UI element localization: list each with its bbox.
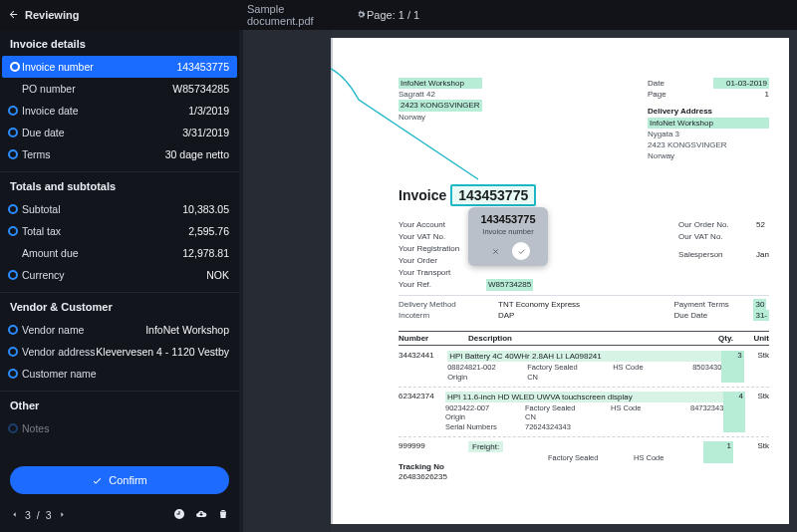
deliv-addr-label: Delivery Address bbox=[648, 106, 769, 117]
check-icon bbox=[92, 475, 103, 486]
field-amount-due[interactable]: Amount due 12,978.81 bbox=[0, 242, 239, 264]
field-label: Amount due bbox=[22, 247, 79, 259]
annotation-bubble: 143453775 Invoice number bbox=[468, 207, 548, 266]
bubble-reject-button[interactable] bbox=[486, 242, 504, 260]
field-label: Terms bbox=[22, 148, 51, 160]
field-value: 143453775 bbox=[176, 61, 229, 73]
clock-icon[interactable] bbox=[173, 508, 185, 522]
field-value: 12,978.81 bbox=[182, 247, 229, 259]
pager-sep: / bbox=[37, 509, 40, 521]
sidebar-footer: 3 / 3 bbox=[0, 504, 239, 532]
page-label: Page bbox=[648, 89, 699, 100]
field-label: PO number bbox=[22, 83, 76, 95]
field-value: 1/3/2019 bbox=[188, 105, 229, 117]
pager-total: 3 bbox=[46, 509, 52, 521]
field-value: 30 dage netto bbox=[165, 148, 229, 160]
field-value: InfoNet Workshop bbox=[145, 324, 229, 336]
document-name[interactable]: Sample document.pdf bbox=[247, 3, 350, 27]
field-label: Invoice number bbox=[22, 61, 94, 73]
gear-icon[interactable] bbox=[356, 9, 367, 22]
field-notes[interactable]: Notes bbox=[0, 417, 239, 439]
field-label: Total tax bbox=[22, 225, 61, 237]
cloud-download-icon[interactable] bbox=[195, 508, 207, 522]
sidebar-pager: 3 / 3 bbox=[10, 509, 67, 521]
field-currency[interactable]: Currency NOK bbox=[0, 264, 239, 286]
check-icon bbox=[517, 247, 526, 256]
field-customer-name[interactable]: Customer name bbox=[0, 363, 239, 385]
field-total-tax[interactable]: Total tax 2,595.76 bbox=[0, 220, 239, 242]
field-marker-icon bbox=[10, 62, 20, 72]
document-viewer[interactable]: InfoNet Workshop Sagratt 42 2423 KONGSVI… bbox=[243, 30, 797, 532]
confirm-label: Confirm bbox=[109, 474, 147, 486]
field-label: Customer name bbox=[22, 368, 97, 380]
deliv-country: Norway bbox=[648, 150, 769, 161]
field-value: Klevervesen 4 - 1120 Vestby bbox=[96, 346, 229, 358]
line-item: 34432441 HPI Battery 4C 40WHr 2.8AH LI L… bbox=[398, 349, 769, 385]
tracking: Tracking No 26483626235 bbox=[398, 462, 447, 483]
field-marker-icon bbox=[8, 149, 18, 159]
field-vendor-address[interactable]: Vendor address Klevervesen 4 - 1120 Vest… bbox=[0, 341, 239, 363]
page-value: 1 bbox=[713, 89, 769, 100]
field-marker-icon bbox=[8, 369, 18, 379]
section-totals: Totals and subtotals bbox=[0, 172, 239, 198]
field-due-date[interactable]: Due date 3/31/2019 bbox=[0, 122, 239, 143]
section-other: Other bbox=[0, 392, 239, 417]
deliv-city: 2423 KONGSVINGER bbox=[648, 139, 769, 150]
bubble-accept-button[interactable] bbox=[512, 242, 530, 260]
line-item: 62342374 HPI 11.6-inch HD WLED UWVA touc… bbox=[398, 390, 769, 434]
field-label: Notes bbox=[22, 422, 49, 434]
topbar: Reviewing Sample document.pdf Page: 1 / … bbox=[0, 0, 797, 30]
date-label: Date bbox=[648, 78, 699, 89]
field-value: 2,595.76 bbox=[188, 225, 229, 237]
page-indicator: Page: 1 / 1 bbox=[367, 9, 446, 21]
field-label: Due date bbox=[22, 127, 65, 138]
connector-line bbox=[331, 30, 558, 229]
pager-current: 3 bbox=[25, 509, 31, 521]
field-marker-icon bbox=[8, 204, 18, 214]
field-marker-icon bbox=[8, 347, 18, 357]
field-value: NOK bbox=[206, 269, 229, 281]
pager-prev[interactable] bbox=[10, 509, 19, 521]
field-invoice-number[interactable]: Invoice number 143453775 bbox=[2, 56, 237, 78]
sidebar: Invoice details Invoice number 143453775… bbox=[0, 30, 239, 532]
bubble-value: 143453775 bbox=[474, 213, 542, 225]
deliv-company: InfoNet Workshop bbox=[648, 118, 769, 129]
field-label: Invoice date bbox=[22, 105, 79, 117]
confirm-button[interactable]: Confirm bbox=[10, 466, 229, 494]
field-marker-icon bbox=[8, 226, 18, 236]
field-subtotal[interactable]: Subtotal 10,383.05 bbox=[0, 198, 239, 220]
section-invoice-details: Invoice details bbox=[0, 30, 239, 56]
field-marker-icon bbox=[8, 325, 18, 335]
mode-title: Reviewing bbox=[25, 9, 79, 21]
date-value: 01-03-2019 bbox=[713, 78, 769, 89]
field-value: 10,383.05 bbox=[182, 203, 229, 215]
x-icon bbox=[491, 247, 500, 256]
field-invoice-date[interactable]: Invoice date 1/3/2019 bbox=[0, 100, 239, 122]
line-items-header: Number Description Qty. Unit bbox=[398, 331, 769, 346]
field-value: W85734285 bbox=[172, 83, 229, 95]
trash-icon[interactable] bbox=[217, 508, 229, 522]
field-label: Vendor address bbox=[22, 346, 96, 358]
back-icon[interactable] bbox=[8, 9, 19, 22]
field-marker-icon bbox=[8, 128, 18, 137]
field-marker-icon bbox=[8, 106, 18, 116]
field-terms[interactable]: Terms 30 dage netto bbox=[0, 143, 239, 165]
bubble-label: Invoice number bbox=[474, 227, 542, 236]
field-label: Subtotal bbox=[22, 203, 61, 215]
field-label: Vendor name bbox=[22, 324, 84, 336]
line-items-body: 34432441 HPI Battery 4C 40WHr 2.8AH LI L… bbox=[398, 349, 769, 465]
field-value: 3/31/2019 bbox=[182, 127, 229, 138]
pager-next[interactable] bbox=[58, 509, 67, 521]
field-label: Currency bbox=[22, 269, 65, 281]
viewer-gutter bbox=[243, 30, 331, 532]
line-item: 999999 Freight: Factory Sealed HS Code 1… bbox=[398, 439, 769, 465]
field-po-number[interactable]: PO number W85734285 bbox=[0, 78, 239, 100]
field-marker-icon bbox=[8, 270, 18, 280]
section-vendor: Vendor & Customer bbox=[0, 293, 239, 319]
field-vendor-name[interactable]: Vendor name InfoNet Workshop bbox=[0, 319, 239, 341]
deliv-street: Nygata 3 bbox=[648, 129, 769, 139]
field-marker-icon bbox=[8, 423, 18, 433]
